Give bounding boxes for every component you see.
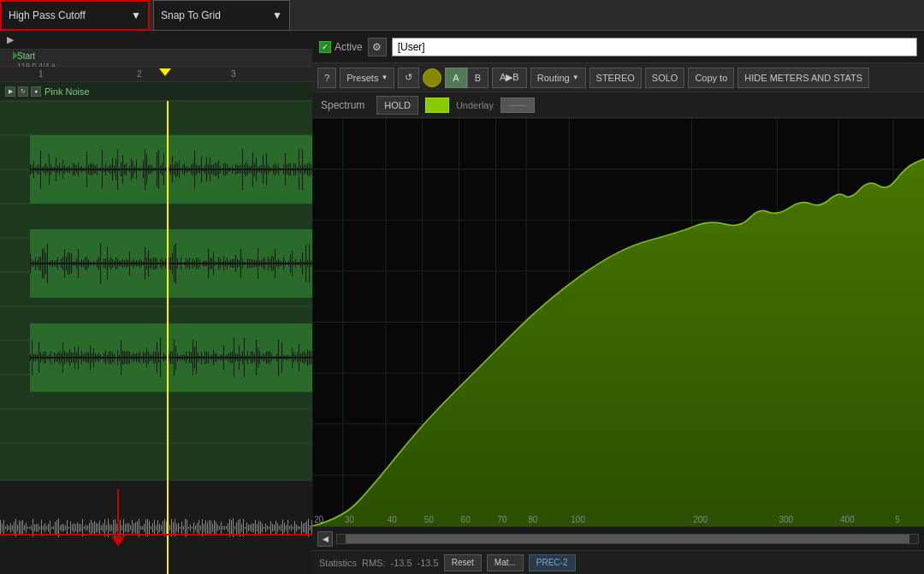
top-toolbar: High Pass Cutoff ▼ Snap To Grid ▼ bbox=[0, 0, 924, 31]
rms-value-1: -13.5 bbox=[391, 558, 412, 568]
plugin-toolbar: ? Presets ▼ ↺ A B A▶B Routing ▼ STEREO S… bbox=[312, 63, 924, 92]
timeline-ruler: 1 2 3 bbox=[0, 67, 312, 82]
track-header-label: ▶ bbox=[7, 34, 14, 45]
match-button[interactable]: Mat... bbox=[487, 554, 524, 571]
snap-label: Snap To Grid bbox=[161, 9, 221, 21]
ruler-mark-3: 3 bbox=[231, 69, 236, 79]
bottom-waveform-canvas bbox=[0, 481, 312, 574]
stereo-button[interactable]: STEREO bbox=[589, 68, 642, 88]
solo-button[interactable]: SOLO bbox=[645, 68, 685, 88]
btn-ab[interactable]: A▶B bbox=[492, 68, 527, 88]
spectrum-display bbox=[312, 118, 924, 526]
user-field[interactable] bbox=[392, 38, 917, 56]
ruler-mark-2: 2 bbox=[137, 69, 142, 79]
high-pass-cutoff-dropdown[interactable]: High Pass Cutoff ▼ bbox=[0, 0, 150, 31]
question-button[interactable]: ? bbox=[317, 68, 336, 88]
underlay-label: Underlay bbox=[456, 100, 494, 110]
track-icon-loop[interactable]: ↻ bbox=[18, 86, 28, 97]
playhead-flag bbox=[159, 68, 171, 76]
scrollbar-thumb bbox=[346, 535, 909, 543]
hide-meters-button[interactable]: HIDE METERS AND STATS bbox=[737, 68, 869, 88]
reload-button[interactable]: ↺ bbox=[398, 68, 419, 88]
active-label: Active bbox=[335, 41, 363, 53]
left-panel: ▶ Start 119.0 4/4 A 1 2 3 ▶ ↻ ● Pink Noi… bbox=[0, 31, 312, 574]
waveform-container bbox=[0, 101, 312, 574]
spectrum-label: Spectrum bbox=[321, 99, 364, 111]
preset-button[interactable]: PREC-2 bbox=[529, 554, 576, 571]
high-pass-label: High Pass Cutoff bbox=[9, 9, 86, 21]
routing-button[interactable]: Routing ▼ bbox=[530, 68, 586, 88]
dropdown-arrow: ▼ bbox=[131, 9, 141, 21]
ab-group: A B bbox=[445, 68, 489, 88]
spectrum-header: Spectrum HOLD Underlay —— bbox=[312, 92, 924, 118]
track-icon-record[interactable]: ● bbox=[31, 86, 41, 97]
plugin-top-bar: ✓ Active ⚙ bbox=[312, 31, 924, 63]
green-indicator[interactable] bbox=[425, 98, 449, 113]
btn-b[interactable]: B bbox=[467, 68, 489, 88]
marker-bar: Start 119.0 4/4 A bbox=[0, 50, 312, 67]
track-label: ▶ ↻ ● Pink Noise bbox=[0, 82, 312, 101]
spectrum-canvas bbox=[312, 118, 924, 526]
active-checkbox-group: ✓ Active bbox=[319, 41, 363, 53]
stats-bar: Statistics RMS: -13.5 -13.5 Reset Mat...… bbox=[312, 550, 924, 574]
red-arrow-head bbox=[111, 536, 125, 547]
track-icon-arrow[interactable]: ▶ bbox=[5, 86, 15, 97]
statistics-label: Statistics bbox=[319, 558, 357, 568]
track-header: ▶ bbox=[0, 31, 312, 50]
spectrum-scrollbar: ◀ bbox=[312, 526, 924, 550]
active-checkbox[interactable]: ✓ bbox=[319, 41, 331, 53]
hold-button[interactable]: HOLD bbox=[376, 96, 418, 115]
presets-button[interactable]: Presets ▼ bbox=[340, 68, 394, 88]
snap-arrow: ▼ bbox=[272, 9, 282, 21]
circle-indicator[interactable] bbox=[423, 68, 441, 87]
red-horizontal-line bbox=[0, 534, 312, 536]
bottom-track bbox=[0, 480, 312, 574]
copy-to-button[interactable]: Copy to bbox=[688, 68, 734, 88]
track-icons: ▶ ↻ ● bbox=[5, 86, 41, 97]
underlay-line[interactable]: —— bbox=[500, 98, 535, 113]
reset-button[interactable]: Reset bbox=[444, 554, 482, 571]
right-panel: ✓ Active ⚙ ? Presets ▼ ↺ A B A▶B Routing… bbox=[312, 31, 924, 574]
waveform-canvas bbox=[0, 101, 312, 469]
rms-label: RMS: bbox=[362, 558, 386, 568]
ruler-mark-1: 1 bbox=[38, 69, 44, 79]
red-arrow-line bbox=[117, 489, 119, 536]
btn-a[interactable]: A bbox=[445, 68, 466, 88]
rms-value-2: -13.5 bbox=[418, 558, 439, 568]
track-name-label: Pink Noise bbox=[44, 86, 90, 97]
playhead-line bbox=[167, 101, 169, 574]
red-arrow bbox=[111, 489, 125, 547]
snap-to-grid-dropdown[interactable]: Snap To Grid ▼ bbox=[153, 0, 290, 31]
gear-button[interactable]: ⚙ bbox=[368, 38, 387, 56]
scrollbar-track[interactable] bbox=[336, 534, 919, 544]
scroll-left-arrow[interactable]: ◀ bbox=[317, 531, 333, 547]
